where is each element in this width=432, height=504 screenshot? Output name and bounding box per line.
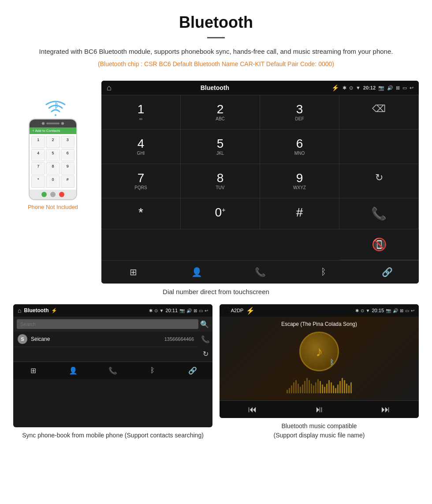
waveform-bar-9: [306, 378, 308, 393]
waveform-bar-17: [324, 387, 325, 393]
phone-key-1[interactable]: 1: [31, 136, 45, 148]
nav-grid-btn[interactable]: ⊞: [101, 264, 165, 280]
music-loc-icon: ⊙: [361, 308, 364, 313]
phone-key-0[interactable]: 0: [46, 175, 60, 188]
music-next-btn[interactable]: ⏭: [352, 404, 419, 414]
nav-bluetooth-btn[interactable]: ᛒ: [292, 264, 355, 280]
nav-phone-btn[interactable]: 📞: [228, 264, 292, 280]
dial-screen: ⌂ Bluetooth ⚡ ✱ ⊙ ▼ 20:12 📷 🔊 ⊠ ▭ ↩ 1 ∞: [101, 81, 419, 284]
music-win-icon: ▭: [405, 308, 409, 313]
phone-key-hash[interactable]: #: [61, 175, 74, 188]
phone-call-button[interactable]: [41, 192, 47, 197]
pb-back-icon[interactable]: ↩: [205, 308, 208, 313]
phone-key-6[interactable]: 6: [61, 149, 74, 161]
music-status-right: ✱ ⊙ ▼ 20:15 📷 🔊 ⊠ ▭ ↩: [355, 308, 414, 313]
status-time: 20:12: [363, 85, 376, 90]
music-song-title: Escape (The Pina Colada Song): [281, 321, 357, 327]
phonebook-caption-text: Sync phone-book from mobile phone (Suppo…: [22, 432, 204, 439]
key-9[interactable]: 9 WXYZ: [260, 164, 339, 198]
key-reload[interactable]: ↻: [339, 164, 419, 198]
dial-screen-title: Bluetooth: [102, 84, 328, 91]
key-0-num: 0+: [185, 206, 255, 219]
phone-top-bar: [30, 119, 76, 127]
phone-home-button[interactable]: [50, 192, 56, 197]
reload-icon: ↻: [375, 172, 383, 183]
pb-nav-link[interactable]: 🔗: [173, 365, 212, 377]
key-1[interactable]: 1 ∞: [101, 95, 181, 130]
key-6[interactable]: 6 MNO: [260, 130, 339, 164]
key-0[interactable]: 0+: [181, 198, 260, 229]
phone-key-4[interactable]: 4: [31, 149, 45, 161]
key-7-letters: PQRS: [106, 185, 176, 190]
key-2[interactable]: 2 ABC: [181, 95, 260, 130]
phone-key-9[interactable]: 9: [61, 162, 74, 175]
phone-key-3[interactable]: 3: [61, 136, 74, 148]
phone-screen-header: MOTO + Add to Contacts: [30, 127, 76, 134]
key-hash-num: #: [264, 206, 335, 219]
music-back-icon[interactable]: ↩: [411, 308, 414, 313]
pb-status-right: ✱ ⊙ ▼ 20:11 📷 🔊 ⊠ ▭ ↩: [149, 308, 208, 313]
music-usb-icon: ⚡: [246, 306, 255, 315]
music-prev-btn[interactable]: ⏮: [220, 404, 286, 414]
key-3-letters: DEF: [264, 116, 335, 121]
pb-home-icon[interactable]: ⌂: [18, 307, 21, 314]
waveform-bar-2: [291, 385, 292, 393]
back-status-icon[interactable]: ↩: [410, 85, 413, 91]
pb-side-reload-icon[interactable]: ↻: [203, 350, 209, 358]
key-call-red[interactable]: 📵: [339, 229, 419, 260]
key-empty-r2: [339, 130, 419, 164]
pb-search-icon[interactable]: 🔍: [200, 320, 209, 329]
waveform-bar-5: [298, 384, 299, 393]
pb-nav-bt[interactable]: ᛒ: [133, 365, 172, 377]
pb-nav-phone[interactable]: 📞: [93, 365, 133, 377]
key-3[interactable]: 3 DEF: [260, 95, 339, 130]
page-specs: (Bluetooth chip : CSR BC6 Default Blueto…: [26, 60, 406, 67]
nav-link-btn[interactable]: 🔗: [355, 264, 419, 280]
pb-screen-icon: ⊠: [194, 308, 197, 313]
phone-container: ᛒ MOTO + Add to Contacts 1 2 3 4: [13, 81, 93, 210]
pb-contact-row[interactable]: S Seicane 13566664466: [13, 332, 198, 347]
key-backspace[interactable]: ⌫: [339, 95, 419, 130]
phone-key-5[interactable]: 5: [46, 149, 60, 161]
music-controls: ⏮ ⏯ ⏭: [220, 400, 419, 418]
pb-search-input[interactable]: [17, 319, 198, 329]
location-status-icon: ⊙: [349, 85, 353, 91]
pb-list-area: S Seicane 13566664466: [13, 332, 198, 362]
phone-end-button[interactable]: [59, 192, 64, 197]
key-4-num: 4: [106, 138, 176, 150]
phonebook-caption: Sync phone-book from mobile phone (Suppo…: [13, 431, 212, 440]
phone-key-star[interactable]: *: [31, 175, 45, 188]
key-3-num: 3: [264, 103, 335, 116]
key-8-letters: TUV: [185, 185, 255, 190]
key-8-num: 8: [185, 172, 255, 184]
music-play-pause-btn[interactable]: ⏯: [286, 404, 353, 414]
key-call-green[interactable]: 📞: [339, 198, 419, 229]
waveform-bar-10: [309, 380, 310, 393]
key-8[interactable]: 8 TUV: [181, 164, 260, 198]
music-caption-text: Bluetooth music compatible(Support displ…: [274, 422, 365, 439]
music-note-icon: ♪: [316, 343, 323, 360]
key-7[interactable]: 7 PQRS: [101, 164, 181, 198]
pb-nav-person[interactable]: 👤: [53, 365, 93, 377]
phone-key-2[interactable]: 2: [46, 136, 60, 148]
key-star[interactable]: *: [101, 198, 181, 229]
waveform-bar-29: [350, 382, 352, 393]
phone-key-7[interactable]: 7: [31, 162, 45, 175]
phone-key-8[interactable]: 8: [46, 162, 60, 175]
waveform-bar-8: [304, 381, 305, 393]
pb-status-bar: ⌂ Bluetooth ⚡ ✱ ⊙ ▼ 20:11 📷 🔊 ⊠ ▭ ↩: [13, 304, 212, 317]
key-5[interactable]: 5 JKL: [181, 130, 260, 164]
key-4[interactable]: 4 GHI: [101, 130, 181, 164]
music-home-icon[interactable]: ⌂: [224, 306, 228, 314]
key-hash[interactable]: #: [260, 198, 339, 229]
pb-contact-phone: 13566664466: [164, 336, 194, 342]
phone-bottom-bar: [30, 190, 76, 199]
key-6-letters: MNO: [264, 151, 335, 156]
nav-person-btn[interactable]: 👤: [165, 264, 228, 280]
waveform-bar-27: [346, 384, 347, 393]
music-cam-icon: 📷: [386, 308, 391, 313]
page-description: Integrated with BC6 Bluetooth module, su…: [26, 46, 406, 57]
music-signal-icon: ▼: [366, 308, 370, 313]
pb-nav-grid[interactable]: ⊞: [13, 365, 53, 377]
pb-side-phone-icon[interactable]: 📞: [201, 335, 210, 343]
